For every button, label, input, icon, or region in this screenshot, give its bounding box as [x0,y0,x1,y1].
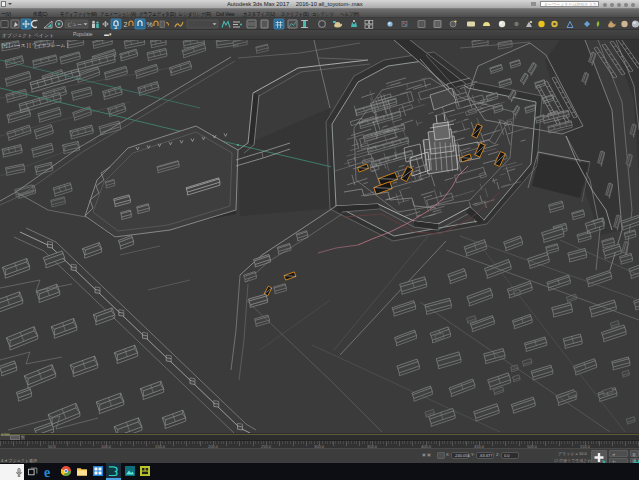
svg-text:ビュー: ビュー [67,21,82,27]
svg-text:%: % [147,21,153,28]
svg-text:3: 3 [114,24,117,30]
svg-text:2: 2 [124,21,128,28]
